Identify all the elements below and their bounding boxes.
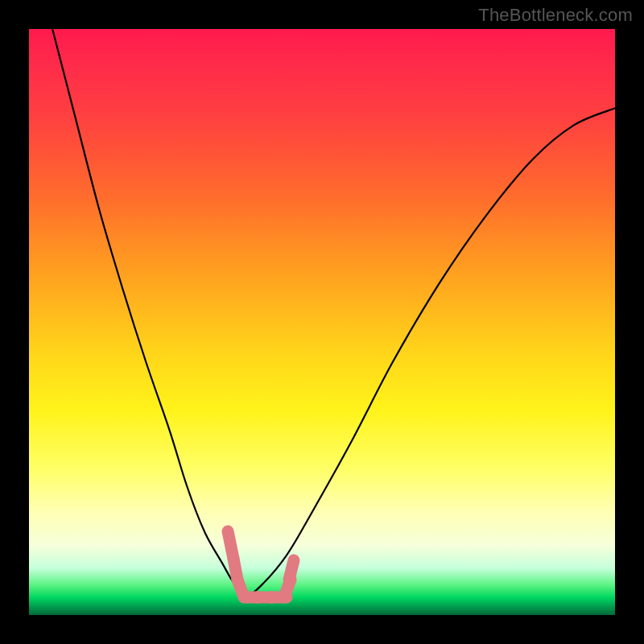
marker-layer	[228, 531, 294, 597]
watermark-text: TheBottleneck.com	[478, 5, 633, 26]
chart-frame: TheBottleneck.com	[0, 0, 644, 644]
curve-layer	[29, 29, 615, 615]
trough-marker-segment	[289, 560, 294, 580]
bottleneck-curve	[52, 29, 615, 595]
plot-area	[29, 29, 615, 615]
